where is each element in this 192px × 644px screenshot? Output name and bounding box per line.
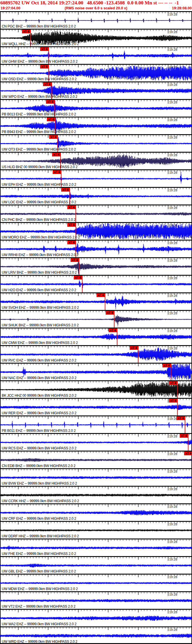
station-label: UW GHW EHZ -- 99999.0km BW HIGHPASS 2.0 … (2, 59, 78, 64)
time-ticks (0, 487, 192, 490)
trace-row: 19:28xT 4UW SVOH EHZ -- 99999.0km BW HIG… (0, 292, 192, 310)
trace-row: 19:28xT 4CN EDB BHZ -- 99999.0km BW HIGH… (0, 451, 192, 468)
waveform-trace (0, 599, 192, 602)
time-ticks (0, 12, 192, 16)
pick-flag[interactable]: xT 4 (169, 381, 177, 385)
pick-flag[interactable]: xT 4 (106, 311, 114, 315)
station-label: UW RVC EHZ -- 99999.0km BW HIGHPASS 2.0 … (2, 358, 76, 362)
trace-row: 19:28xT 4PB B013 EHZ -- 99999.0km BW HIG… (0, 99, 192, 117)
minute-label: 19:28 (169, 311, 177, 315)
time-ticks (0, 592, 192, 596)
minute-label: 19:28 (169, 171, 177, 174)
trace-row: 19:28xT 4UW MORO EHZ -- 99999.0km BW HIG… (0, 222, 192, 240)
pick-flag[interactable]: xT 4 (169, 399, 177, 403)
pick-flag[interactable]: xT 4 (67, 205, 76, 209)
pick-flag[interactable]: xT 4 (74, 276, 82, 280)
station-label: UW VT2 EHZ -- 99999.0km BW HIGHPASS 2.0 … (2, 604, 76, 609)
time-ticks (0, 188, 192, 192)
header-subline: 19:27:04.00 (RMS noise over 6.0 s scaled… (0, 6, 192, 11)
station-label: CN PHC BHZ -- 99999.0km BW HIGHPASS 2.0 … (2, 218, 76, 222)
trace-row: 19:28xT 4UW RVC EHZ -- 99999.0km BW HIGH… (0, 345, 192, 363)
time-ticks (0, 82, 192, 86)
pick-flag[interactable]: xT 4 (40, 47, 49, 51)
time-ticks (0, 381, 192, 385)
pick-flag[interactable]: xT 4 (180, 434, 188, 438)
station-label: UW WA2 EHZ -- 99999.0km BW HIGHPASS 2.0 … (2, 622, 76, 626)
minute-label: 19:28 (169, 487, 177, 491)
station-label: PB B013 EHZ -- 99999.0km BW HIGHPASS 2.0… (2, 112, 76, 116)
time-ticks (0, 399, 192, 403)
station-label: UW MORO EHZ -- 99999.0km BW HIGHPASS 2.0… (2, 235, 80, 239)
pick-flag[interactable]: xT 4 (46, 100, 54, 104)
waveform-trace (0, 616, 192, 621)
station-label: UW LOC EHZ -- 99999.0km BW HIGHPASS 2.0 … (2, 200, 76, 204)
time-ticks (0, 469, 192, 473)
pick-flag[interactable]: xT 4 (53, 170, 61, 174)
pick-flag[interactable]: xT 4 (162, 364, 171, 367)
minute-label: 19:28 (169, 522, 177, 526)
pick-flag[interactable]: xT 4 (176, 416, 185, 420)
trace-row: 19:28UW VT2 EHZ -- 99999.0km BW HIGHPASS… (0, 591, 192, 609)
trace-row: 19:28xT 4UW RER EHZ -- 99999.0km BW HIGH… (0, 398, 192, 415)
station-label: UW BVW EHZ -- 99999.0km BW HIGHPASS 2.0 … (2, 481, 77, 485)
waveform-trace (0, 494, 192, 497)
pick-flag[interactable]: xT 4 (67, 223, 76, 227)
pick-flag[interactable]: xT 4 (97, 293, 105, 297)
pick-flag[interactable]: xT 4 (184, 452, 192, 455)
station-label: UW CCRK HHZ -- 99999.0km BW HIGHPASS 2.0… (2, 499, 79, 503)
pick-flag[interactable]: xT 4 (47, 117, 55, 121)
minute-label: 19:28 (169, 593, 177, 596)
pick-flag[interactable]: xT 4 (130, 346, 138, 350)
pick-flag[interactable]: xT 4 (67, 241, 76, 244)
pick-flag[interactable]: xT 4 (22, 30, 30, 33)
station-label: UW FHE EHZ -- 99999.0km BW HIGHPASS 2.0 … (2, 552, 76, 556)
trace-row: 19:28xT 4BK JCC HHZ 00 99999.0km BW HIGH… (0, 380, 192, 398)
pick-flag[interactable]: xT 4 (61, 188, 70, 192)
trace-row: 19:28xT 4UW WPO EHZ -- 99999.0km BW HIGH… (0, 81, 192, 99)
station-label: CN PGC BHZ -- 99999.0km BW HIGHPASS 2.0 … (2, 24, 76, 28)
minute-label: 19:28 (169, 136, 177, 139)
station-label: PB B943 EHZ -- 99999.0km BW HIGHPASS 2.0… (2, 130, 76, 134)
time-ticks (0, 47, 192, 51)
station-label: UW WQLL HHZ -- 99999.0km BW HIGHPASS 2.0… (2, 42, 79, 46)
station-label: UW H2O EHZ -- 99999.0km BW HIGHPASS 2.0 … (2, 288, 76, 292)
pick-flag[interactable]: xT 4 (52, 153, 61, 156)
waveform-trace (0, 421, 192, 429)
minute-label: 19:28 (169, 13, 177, 16)
time-ticks (0, 557, 192, 561)
pick-flag[interactable]: xT 4 (43, 82, 52, 86)
pick-flag[interactable]: xT 4 (71, 258, 79, 262)
waveform-trace (0, 18, 192, 23)
pick-flag[interactable]: xT 4 (49, 135, 58, 139)
time-ticks (0, 434, 192, 438)
minute-label: 19:28 (169, 347, 177, 350)
trace-row: 19:28xT 4UW GHW EHZ -- 99999.0km BW HIGH… (0, 46, 192, 64)
time-ticks (0, 416, 192, 420)
waveform-trace (0, 458, 192, 462)
time-ticks (0, 241, 192, 244)
time-ticks (0, 293, 192, 297)
station-label: UW LRIV BHZ -- 99999.0km BW HIGHPASS 2.0… (2, 270, 77, 275)
minute-label: 19:28 (169, 30, 177, 34)
time-ticks (0, 504, 192, 508)
pick-flag[interactable]: xT 4 (40, 65, 49, 69)
trace-row: 19:28xT 4PB B011 EHZ -- 99999.0km BW HIG… (0, 415, 192, 433)
time-ticks (0, 258, 192, 262)
pick-flag[interactable]: xT 4 (109, 328, 117, 332)
station-label: UW OSD EHZ -- 99999.0km BW HIGHPASS 2.0 … (2, 77, 77, 81)
minute-label: 19:28 (169, 259, 177, 262)
time-ticks (0, 276, 192, 280)
time-ticks (0, 452, 192, 455)
minute-label: 19:28 (169, 452, 177, 456)
time-ticks (0, 153, 192, 156)
minute-label: 19:28 (169, 540, 177, 544)
trace-row: 19:28UW MDW EHZ -- 99999.0km BW HIGHPASS… (0, 574, 192, 591)
trace-row: 19:28xT 4UW SHUK BHZ -- 99999.0km BW HIG… (0, 310, 192, 328)
station-label: UW CMW EHZ -- 99999.0km BW HIGHPASS 2.0 … (2, 341, 78, 345)
trace-row: 19:28UW DDRF HHZ -- 99999.0km BW HIGHPAS… (0, 521, 192, 539)
time-ticks (0, 539, 192, 543)
minute-label: 19:28 (169, 153, 177, 157)
time-ticks (0, 522, 192, 526)
station-label: UW MDW EHZ -- 99999.0km BW HIGHPASS 2.0 … (2, 587, 78, 591)
trace-row: 19:28xT 4UW EPH EHZ -- 99999.0km BW HIGH… (0, 169, 192, 187)
